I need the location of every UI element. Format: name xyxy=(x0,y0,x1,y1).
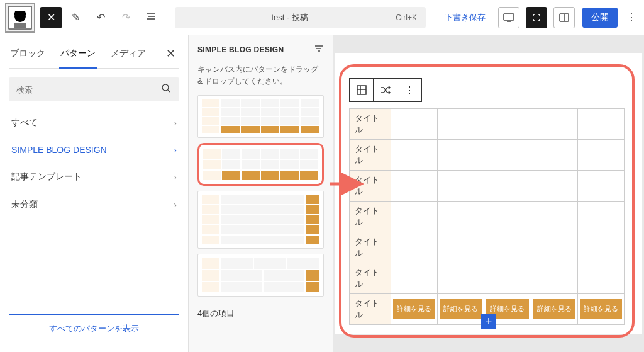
view-desktop-button[interactable] xyxy=(498,7,519,28)
table-cell[interactable] xyxy=(484,232,531,263)
sidebar-toggle-button[interactable] xyxy=(553,7,575,28)
table-cell[interactable] xyxy=(438,232,484,263)
table-cell[interactable] xyxy=(531,109,577,140)
table-cell[interactable] xyxy=(391,140,438,171)
detail-button[interactable]: 詳細を見る xyxy=(440,299,482,319)
pattern-thumbnail-1[interactable] xyxy=(197,95,324,138)
category-label: 未分類 xyxy=(11,199,38,210)
table-cell: 詳細を見る xyxy=(577,294,624,325)
block-shuffle-button[interactable] xyxy=(374,79,397,101)
table-cell[interactable] xyxy=(577,171,624,202)
block-more-button[interactable]: ⋮ xyxy=(397,79,421,101)
dots-icon: ⋮ xyxy=(404,84,414,96)
list-icon xyxy=(145,11,157,25)
table-cell[interactable] xyxy=(484,263,531,294)
desktop-icon xyxy=(503,13,514,22)
edit-tool[interactable]: ✎ xyxy=(64,6,87,29)
table-cell[interactable] xyxy=(577,140,624,171)
row-header[interactable]: タイトル xyxy=(350,202,391,232)
pattern-category-title: SIMPLE BLOG DESIGN xyxy=(197,45,284,54)
svg-point-10 xyxy=(162,84,169,91)
table-cell[interactable] xyxy=(391,232,438,263)
table-cell[interactable] xyxy=(438,202,484,232)
table-cell[interactable] xyxy=(484,171,531,202)
table-cell[interactable] xyxy=(577,263,624,294)
row-header[interactable]: タイトル xyxy=(350,263,391,294)
pattern-thumbnail-3[interactable] xyxy=(197,191,324,249)
table-cell: 詳細を見る xyxy=(391,294,438,325)
table-cell[interactable] xyxy=(577,232,624,263)
detail-button[interactable]: 詳細を見る xyxy=(393,299,435,319)
row-header[interactable]: タイトル xyxy=(350,232,391,263)
pencil-icon: ✎ xyxy=(72,11,80,23)
table-cell[interactable] xyxy=(391,263,438,294)
chevron-right-icon: › xyxy=(174,200,177,210)
tab-media[interactable]: メディア xyxy=(109,44,147,68)
pattern-count: 4個の項目 xyxy=(197,308,324,319)
site-logo[interactable] xyxy=(5,3,35,33)
close-icon: ✕ xyxy=(166,47,175,60)
pattern-thumbnail-2[interactable] xyxy=(197,143,324,186)
table-cell[interactable] xyxy=(438,140,484,171)
filter-icon[interactable] xyxy=(314,44,324,55)
row-header[interactable]: タイトル xyxy=(350,109,391,140)
document-title-bar[interactable]: test - 投稿 Ctrl+K xyxy=(175,7,426,28)
more-options-button[interactable]: ⋮ xyxy=(624,11,639,23)
detail-button[interactable]: 詳細を見る xyxy=(580,299,622,319)
table-cell[interactable] xyxy=(531,263,577,294)
table-cell[interactable] xyxy=(438,171,484,202)
table-cell[interactable] xyxy=(531,140,577,171)
chevron-right-icon: › xyxy=(174,172,177,182)
table-cell[interactable] xyxy=(531,202,577,232)
undo-button[interactable]: ↶ xyxy=(89,6,112,29)
table-cell[interactable] xyxy=(484,140,531,171)
table-cell[interactable] xyxy=(391,171,438,202)
table-cell[interactable] xyxy=(391,202,438,232)
shortcut-hint: Ctrl+K xyxy=(396,13,417,22)
expand-icon xyxy=(532,13,541,22)
svg-rect-6 xyxy=(504,14,514,20)
table-cell[interactable] xyxy=(577,109,624,140)
table-cell[interactable] xyxy=(438,263,484,294)
detail-button[interactable]: 詳細を見る xyxy=(533,299,575,319)
dots-icon: ⋮ xyxy=(626,11,636,23)
table-cell[interactable] xyxy=(391,109,438,140)
table-cell[interactable] xyxy=(484,109,531,140)
row-header[interactable]: タイトル xyxy=(350,140,391,171)
pattern-search-input[interactable] xyxy=(16,85,160,94)
view-tablet-button[interactable] xyxy=(526,7,547,28)
redo-button[interactable]: ↷ xyxy=(114,6,137,29)
svg-rect-8 xyxy=(560,14,569,21)
category-simple-blog-design[interactable]: SIMPLE BLOG DESIGN › xyxy=(9,137,179,163)
close-editor-button[interactable]: ✕ xyxy=(40,7,62,28)
sidebar-icon xyxy=(559,13,569,22)
category-article-template[interactable]: 記事テンプレート › xyxy=(9,163,179,191)
block-type-button[interactable] xyxy=(350,79,374,101)
shuffle-icon xyxy=(380,84,391,96)
svg-line-11 xyxy=(168,90,170,92)
close-inserter-button[interactable]: ✕ xyxy=(162,44,179,68)
table-cell: 詳細を見る xyxy=(531,294,577,325)
row-header[interactable]: タイトル xyxy=(350,294,391,325)
category-label: SIMPLE BLOG DESIGN xyxy=(11,145,107,155)
chevron-right-icon: › xyxy=(174,118,177,128)
tab-blocks[interactable]: ブロック xyxy=(9,44,47,68)
publish-button[interactable]: 公開 xyxy=(582,8,618,28)
plus-icon: + xyxy=(486,315,492,328)
category-uncategorized[interactable]: 未分類 › xyxy=(9,191,179,219)
table-cell[interactable] xyxy=(484,202,531,232)
show-all-patterns-button[interactable]: すべてのパターンを表示 xyxy=(9,314,179,343)
document-outline-button[interactable] xyxy=(140,6,162,29)
table-cell[interactable] xyxy=(438,109,484,140)
table-cell[interactable] xyxy=(577,202,624,232)
table-cell[interactable] xyxy=(531,171,577,202)
add-block-button[interactable]: + xyxy=(481,314,496,329)
save-draft-button[interactable]: 下書き保存 xyxy=(438,12,492,23)
table-cell[interactable] xyxy=(531,232,577,263)
tab-patterns[interactable]: パターン xyxy=(59,44,97,69)
category-all[interactable]: すべて › xyxy=(9,109,179,137)
pattern-hint-text: キャンバス内にパターンをドラッグ & ドロップしてください。 xyxy=(197,64,324,88)
comparison-table-block[interactable]: タイトルタイトルタイトルタイトルタイトルタイトルタイトル詳細を見る詳細を見る詳細… xyxy=(349,108,625,325)
pattern-thumbnail-4[interactable] xyxy=(197,254,324,297)
search-icon xyxy=(160,82,172,96)
